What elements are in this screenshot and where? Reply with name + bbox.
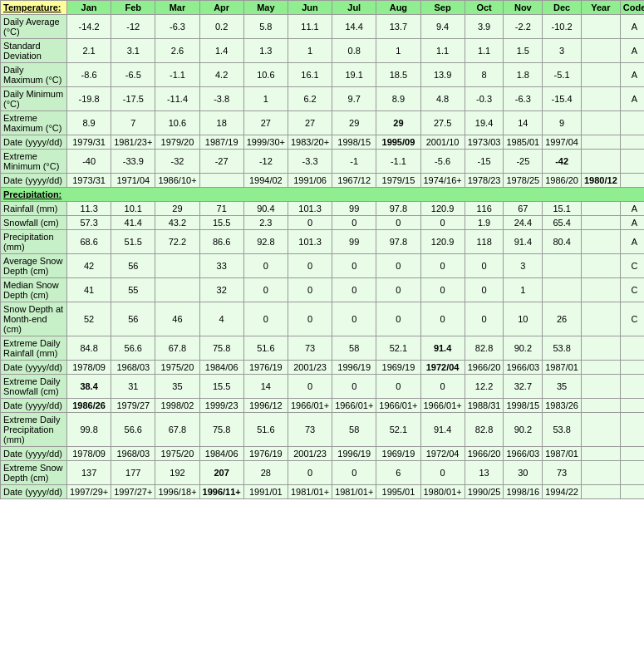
data-cell: 15.5	[199, 216, 243, 230]
data-cell: C	[620, 302, 644, 336]
table-row: Daily Maximum (°C)-8.6-6.5-1.14.210.616.…	[1, 63, 645, 87]
data-cell: 51.5	[111, 230, 155, 254]
data-cell: 1991/06	[288, 174, 332, 188]
data-cell: -3.8	[199, 87, 243, 111]
data-cell: 1984/06	[199, 447, 243, 461]
data-cell: 1974/16+	[420, 174, 465, 188]
data-cell: -11.4	[155, 87, 199, 111]
row-label: Date (yyyy/dd)	[1, 174, 67, 188]
data-cell	[581, 230, 620, 254]
table-row: Rainfall (mm)11.310.1297190.4101.39997.8…	[1, 202, 645, 216]
data-cell	[581, 361, 620, 375]
data-cell: 0	[376, 254, 420, 278]
data-cell: 207	[199, 461, 243, 485]
data-cell: 1968/03	[111, 361, 155, 375]
data-cell: 56	[111, 302, 155, 336]
data-cell: 24.4	[504, 216, 543, 230]
table-row: Date (yyyy/dd)1978/091968/031975/201984/…	[1, 447, 645, 461]
data-cell: A	[620, 216, 644, 230]
data-cell: 58	[332, 413, 376, 447]
data-cell: -14.2	[67, 15, 111, 39]
data-cell	[543, 278, 582, 302]
data-cell: 26	[543, 302, 582, 336]
data-cell: -3.3	[288, 150, 332, 174]
data-cell: A	[620, 63, 644, 87]
data-cell: 1995/09	[376, 135, 420, 150]
data-cell: 99	[332, 202, 376, 216]
data-cell: 1996/19	[332, 361, 376, 375]
row-label: Rainfall (mm)	[1, 202, 67, 216]
data-cell: 9.4	[420, 15, 465, 39]
data-cell: 116	[465, 202, 504, 216]
data-cell: 92.8	[243, 230, 288, 254]
data-cell	[581, 15, 620, 39]
data-cell: 55	[111, 278, 155, 302]
data-cell: 120.9	[420, 202, 465, 216]
data-cell: 4	[199, 302, 243, 336]
data-cell: 1999/30+	[243, 135, 288, 150]
data-cell: 56.6	[111, 413, 155, 447]
data-cell: 11.1	[288, 15, 332, 39]
data-cell: 13	[465, 461, 504, 485]
data-cell: A	[620, 87, 644, 111]
data-cell: 91.4	[504, 230, 543, 254]
data-cell: 1987/01	[543, 447, 582, 461]
data-cell: 9	[543, 111, 582, 135]
data-cell: 1978/23	[465, 174, 504, 188]
data-cell: 52.1	[376, 413, 420, 447]
data-cell: 1999/23	[199, 399, 243, 413]
data-cell	[581, 135, 620, 150]
data-cell: 51.6	[243, 336, 288, 361]
data-cell: 0	[465, 302, 504, 336]
data-cell: 1998/15	[332, 135, 376, 150]
data-cell: 1966/03	[504, 447, 543, 461]
data-cell: 1986/10+	[155, 174, 199, 188]
data-cell	[155, 278, 199, 302]
data-cell: 1978/25	[504, 174, 543, 188]
data-cell: 56.6	[111, 336, 155, 361]
data-cell: 73	[288, 336, 332, 361]
col-header-jun: Jun	[288, 1, 332, 15]
row-label: Date (yyyy/dd)	[1, 399, 67, 413]
data-cell: -1.1	[155, 63, 199, 87]
data-cell: 8	[465, 63, 504, 87]
data-cell: 1997/27+	[111, 485, 155, 499]
table-row: Extreme Daily Precipitation (mm)99.856.6…	[1, 413, 645, 447]
data-cell: 82.8	[465, 336, 504, 361]
data-cell: 91.4	[420, 413, 465, 447]
data-cell: 28	[243, 461, 288, 485]
data-cell: 2.3	[243, 216, 288, 230]
data-cell: 73	[543, 461, 582, 485]
data-cell: 86.6	[199, 230, 243, 254]
data-cell: 1986/26	[67, 399, 111, 413]
data-cell: 0	[332, 254, 376, 278]
data-cell: 82.8	[465, 413, 504, 447]
row-label: Extreme Daily Snowfall (cm)	[1, 375, 67, 399]
data-cell: -6.5	[111, 63, 155, 87]
data-cell: 30	[504, 461, 543, 485]
data-cell: -32	[155, 150, 199, 174]
data-cell: 137	[67, 461, 111, 485]
row-label: Date (yyyy/dd)	[1, 135, 67, 150]
data-cell: 1978/09	[67, 447, 111, 461]
data-cell: 1967/12	[332, 174, 376, 188]
data-cell: 3.9	[465, 15, 504, 39]
data-cell: 53.8	[543, 413, 582, 447]
data-cell: -19.8	[67, 87, 111, 111]
data-cell	[620, 174, 644, 188]
data-cell: 1981/01+	[288, 485, 332, 499]
data-cell: 1996/12	[243, 399, 288, 413]
data-cell	[620, 413, 644, 447]
data-cell: 177	[111, 461, 155, 485]
data-cell	[581, 375, 620, 399]
col-header-mar: Mar	[155, 1, 199, 15]
data-cell: 10.1	[111, 202, 155, 216]
data-cell: 1994/02	[243, 174, 288, 188]
data-cell: 10.6	[243, 63, 288, 87]
row-label: Average Snow Depth (cm)	[1, 254, 67, 278]
data-cell: 29	[376, 111, 420, 135]
data-cell: 1978/09	[67, 361, 111, 375]
data-cell: 1969/19	[376, 361, 420, 375]
data-cell: 1966/03	[504, 361, 543, 375]
data-cell: 101.3	[288, 202, 332, 216]
